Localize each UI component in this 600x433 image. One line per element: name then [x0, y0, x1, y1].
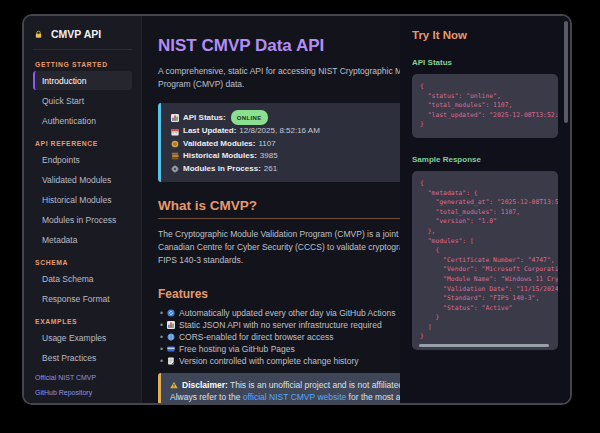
status-value: 12/8/2025, 8:52:16 AM [239, 125, 320, 137]
features-heading: Features [158, 287, 400, 301]
books-icon [171, 152, 179, 160]
feature-text: Static JSON API with no server infrastru… [179, 320, 382, 330]
status-rows: API Status:ONLINELast Updated:12/8/2025,… [171, 110, 400, 175]
disclaimer-text-2b: for the most accurate and up-to-date [346, 392, 400, 402]
status-value: 3985 [260, 150, 278, 162]
disclaimer-label: Disclaimer: [182, 380, 228, 390]
try-it-now-panel: Try It Now API Status { "status": "onlin… [400, 16, 570, 403]
feature-item: •CORS-enabled for direct browser access [158, 331, 400, 343]
status-label: Modules in Process: [183, 163, 261, 175]
horizontal-scrollbar-thumb[interactable] [419, 344, 549, 348]
status-row-historical-modules: Historical Modules:3985 [171, 150, 400, 162]
status-label: Validated Modules: [183, 138, 255, 150]
status-box: API Status:ONLINELast Updated:12/8/2025,… [158, 103, 400, 182]
medal-icon [171, 140, 179, 148]
bar-chart-icon [167, 321, 175, 329]
status-label: Last Updated: [183, 125, 236, 137]
official-nist-cmvp-website-link[interactable]: official NIST CMVP website [243, 392, 346, 402]
app-title: CMVP API [33, 26, 132, 40]
feature-item: •Version controlled with complete change… [158, 355, 400, 367]
status-row-last-updated: Last Updated:12/8/2025, 8:52:16 AM [171, 125, 400, 137]
memo-icon [167, 357, 175, 365]
feature-item: •Static JSON API with no server infrastr… [158, 319, 400, 331]
sidebar-item-authentication[interactable]: Authentication [33, 111, 132, 130]
sidebar-item-data-schema[interactable]: Data Schema [33, 269, 132, 288]
bullet: • [160, 344, 163, 354]
what-is-cmvp-heading: What is CMVP? [158, 198, 400, 219]
status-row-validated-modules: Validated Modules:1107 [171, 138, 400, 150]
status-label: API Status: [183, 112, 226, 124]
sidebar-divider [33, 49, 132, 50]
page-title: NIST CMVP Data API [158, 36, 400, 56]
disclaimer-line-2: Always refer to the official NIST CMVP w… [170, 391, 400, 403]
feature-item: •Free hosting via GitHub Pages [158, 343, 400, 355]
sample-response-code-wrap: { "metadata": { "generated_at": "2025-12… [412, 171, 558, 350]
sidebar-item-metadata[interactable]: Metadata [33, 230, 132, 249]
app-window: CMVP API GETTING STARTEDIntroductionQuic… [22, 14, 572, 405]
sidebar-item-usage-examples[interactable]: Usage Examples [33, 328, 132, 347]
sidebar-nav: GETTING STARTEDIntroductionQuick StartAu… [33, 51, 132, 368]
feature-text: Free hosting via GitHub Pages [179, 344, 295, 354]
sidebar-item-modules-in-process[interactable]: Modules in Process [33, 210, 132, 229]
page-background: CMVP API GETTING STARTEDIntroductionQuic… [0, 0, 600, 433]
feature-text: Version controlled with complete change … [179, 356, 359, 366]
sidebar-section-header-examples: EXAMPLES [35, 318, 130, 325]
gear-icon [171, 165, 179, 173]
vertical-scrollbar-track[interactable] [563, 18, 569, 401]
calendar-icon [171, 128, 179, 136]
feature-text: CORS-enabled for direct browser access [179, 332, 333, 342]
sidebar-item-historical-modules[interactable]: Historical Modules [33, 190, 132, 209]
status-value: 261 [264, 163, 277, 175]
status-row-api-status: API Status:ONLINE [171, 110, 400, 125]
sidebar-section-header-schema: SCHEMA [35, 259, 130, 266]
disclaimer-text-2a: Always refer to the [170, 392, 243, 402]
features-list: •Automatically updated every other day v… [158, 307, 400, 367]
bullet: • [160, 356, 163, 366]
try-it-now-heading: Try It Now [412, 29, 558, 41]
intro-paragraph: A comprehensive, static API for accessin… [158, 65, 400, 91]
cmvp-line-1: The Cryptographic Module Validation Prog… [158, 228, 400, 241]
cmvp-line-2: Canadian Centre for Cyber Security (CCCS… [158, 241, 400, 254]
disclaimer-text-1: This is an unofficial project and is not… [228, 380, 400, 390]
app-title-text: CMVP API [51, 28, 101, 40]
api-status-heading: API Status [412, 58, 558, 67]
refresh-icon [167, 309, 175, 317]
bullet: • [160, 308, 163, 318]
online-status-badge: ONLINE [231, 110, 268, 125]
sidebar-section-header-api-reference: API REFERENCE [35, 140, 130, 147]
api-status-code-block[interactable]: { "status": "online", "total_modules": 1… [412, 74, 558, 138]
sidebar-item-quick-start[interactable]: Quick Start [33, 91, 132, 110]
bar-chart-icon [171, 114, 179, 122]
bullet: • [160, 320, 163, 330]
sample-response-heading: Sample Response [412, 155, 558, 164]
bullet: • [160, 332, 163, 342]
credit-card-icon [167, 345, 175, 353]
disclaimer-line-1: Disclaimer: This is an unofficial projec… [170, 379, 400, 391]
sample-response-code-block[interactable]: { "metadata": { "generated_at": "2025-12… [412, 171, 558, 350]
sidebar-link-official-nist-cmvp[interactable]: Official NIST CMVP [35, 374, 130, 381]
warning-icon [170, 381, 178, 389]
status-row-modules-in-process: Modules in Process:261 [171, 163, 400, 175]
lock-icon [34, 30, 43, 39]
sidebar-item-endpoints[interactable]: Endpoints [33, 150, 132, 169]
sidebar-link-github-repository[interactable]: GitHub Repository [35, 389, 130, 396]
intro-line-2: Program (CMVP) data. [158, 78, 400, 91]
feature-text: Automatically updated every other day vi… [179, 308, 395, 318]
cmvp-line-3: FIPS 140-3 standards. [158, 254, 400, 267]
vertical-scrollbar-thumb[interactable] [564, 21, 568, 123]
cmvp-paragraph: The Cryptographic Module Validation Prog… [158, 228, 400, 267]
status-label: Historical Modules: [183, 150, 257, 162]
sidebar-item-response-format[interactable]: Response Format [33, 289, 132, 308]
status-value: 1107 [258, 138, 275, 150]
sidebar-footer: Official NIST CMVPGitHub Repository [33, 368, 132, 405]
disclaimer-box: Disclaimer: This is an unofficial projec… [158, 373, 400, 403]
feature-item: •Automatically updated every other day v… [158, 307, 400, 319]
sidebar-item-best-practices[interactable]: Best Practices [33, 348, 132, 367]
main-content: NIST CMVP Data API A comprehensive, stat… [142, 16, 400, 403]
sidebar-item-validated-modules[interactable]: Validated Modules [33, 170, 132, 189]
intro-line-1: A comprehensive, static API for accessin… [158, 65, 400, 78]
sidebar: CMVP API GETTING STARTEDIntroductionQuic… [24, 16, 142, 403]
sidebar-section-header-getting-started: GETTING STARTED [35, 61, 130, 68]
sidebar-item-introduction[interactable]: Introduction [33, 71, 132, 90]
globe-icon [167, 333, 175, 341]
